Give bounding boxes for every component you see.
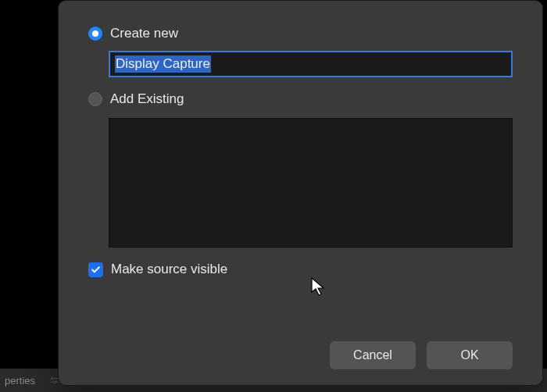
source-name-input-value[interactable]: Display Capture [115,55,211,73]
create-new-radio[interactable] [88,27,102,41]
make-visible-row[interactable]: Make source visible [88,262,513,277]
properties-truncated-label: perties [5,375,35,387]
add-existing-radio-row[interactable]: Add Existing [88,91,513,107]
svg-point-0 [51,378,52,380]
add-existing-label: Add Existing [110,91,184,107]
create-new-radio-row[interactable]: Create new [88,26,513,41]
svg-point-2 [55,381,56,383]
check-icon [91,265,101,275]
ok-button[interactable]: OK [427,341,513,369]
add-existing-radio[interactable] [88,92,102,106]
cancel-button[interactable]: Cancel [330,341,416,369]
create-source-dialog: Create new Display Capture Add Existing … [58,0,543,386]
create-new-label: Create new [110,26,178,41]
existing-sources-list[interactable] [109,118,513,248]
make-visible-label: Make source visible [111,262,227,277]
source-name-input[interactable]: Display Capture [109,51,513,77]
dialog-button-row: Cancel OK [88,327,513,369]
make-visible-checkbox[interactable] [88,262,103,277]
